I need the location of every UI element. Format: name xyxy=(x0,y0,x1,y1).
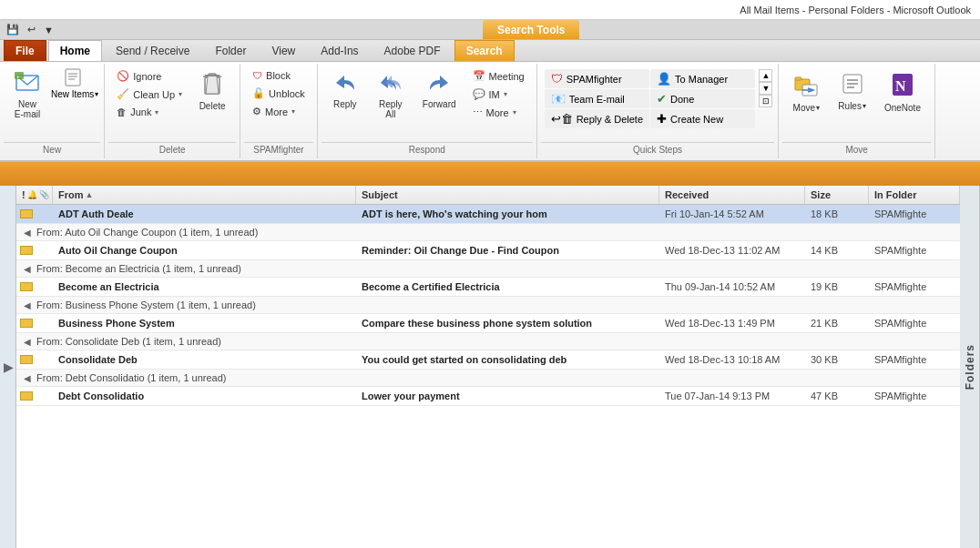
clean-up-label: Clean Up xyxy=(133,89,175,100)
email-group-header[interactable]: ◀ From: Become an Electricia (1 item, 1 … xyxy=(16,260,960,278)
email-group-header[interactable]: ◀ From: Business Phone System (1 item, 1… xyxy=(16,297,960,314)
quick-steps-list: 🛡 SPAMfighter 👤 To Manager 📧 Team E-mail… xyxy=(543,67,758,130)
email-subject: ADT is here, Who's watching your hom xyxy=(356,205,659,223)
reply-icon xyxy=(333,72,357,97)
header-infolder[interactable]: In Folder xyxy=(869,186,960,204)
table-row[interactable]: Become an Electricia Become a Certified … xyxy=(16,278,960,297)
tab-send-receive[interactable]: Send / Receive xyxy=(104,40,201,61)
qs-team-email-label: Team E-mail xyxy=(569,94,625,105)
qs-reply-delete-button[interactable]: ↩🗑 Reply & Delete xyxy=(545,109,649,128)
group-arrow-icon: ◀ xyxy=(24,264,31,274)
new-items-label: New Items ▾ xyxy=(51,89,98,99)
email-size: 47 KB xyxy=(805,387,869,405)
qs-done-button[interactable]: ✔ Done xyxy=(650,89,755,108)
email-icons xyxy=(16,205,53,223)
rules-button[interactable]: Rules ▾ xyxy=(830,67,874,116)
im-arrow: ▾ xyxy=(504,90,507,98)
group-arrow-icon: ◀ xyxy=(24,228,31,238)
group-arrow-icon: ◀ xyxy=(24,373,31,383)
qs-done-icon: ✔ xyxy=(657,92,667,106)
email-icons xyxy=(16,387,53,405)
junk-icon: 🗑 xyxy=(117,107,127,117)
email-size: 30 KB xyxy=(805,350,869,369)
block-button[interactable]: 🛡 Block xyxy=(246,67,311,84)
meeting-button[interactable]: 📅 Meeting xyxy=(466,67,531,85)
header-size[interactable]: Size xyxy=(805,186,869,204)
delete-small-group: 🚫 Ignore 🧹 Clean Up ▾ 🗑 Junk ▾ xyxy=(110,67,189,120)
reply-all-icon xyxy=(379,72,403,97)
new-email-button[interactable]: + NewE-mail xyxy=(5,67,49,124)
tab-view[interactable]: View xyxy=(260,40,307,61)
tab-folder[interactable]: Folder xyxy=(203,40,258,61)
delete-button[interactable]: Delete xyxy=(190,67,234,116)
email-received: Wed 18-Dec-13 1:49 PM xyxy=(659,314,805,332)
onenote-label: OneNote xyxy=(884,103,921,113)
group-label: From: Become an Electricia (1 item, 1 un… xyxy=(36,263,241,274)
im-button[interactable]: 💬 IM ▾ xyxy=(466,86,531,103)
quick-customize-btn[interactable]: ▼ xyxy=(41,24,56,36)
clean-up-button[interactable]: 🧹 Clean Up ▾ xyxy=(110,86,189,103)
forward-icon xyxy=(427,72,451,97)
table-row[interactable]: Consolidate Deb You could get started on… xyxy=(16,350,960,370)
junk-button[interactable]: 🗑 Junk ▾ xyxy=(110,104,189,120)
collapse-handle[interactable]: ▶ xyxy=(0,186,16,548)
tab-add-ins[interactable]: Add-Ins xyxy=(309,40,370,61)
rules-icon xyxy=(841,72,864,99)
qs-spamfighter-label: SPAMfighter xyxy=(567,74,622,85)
table-row[interactable]: ADT Auth Deale ADT is here, Who's watchi… xyxy=(16,205,960,224)
email-icons xyxy=(16,314,53,332)
tab-search[interactable]: Search xyxy=(454,40,515,61)
email-list: ! 🔔 📎 From ▲ Subject Received Size In Fo… xyxy=(16,186,960,548)
folders-sidebar[interactable]: Folders xyxy=(960,186,980,548)
header-subject[interactable]: Subject xyxy=(356,186,659,204)
email-folder: SPAMfighte xyxy=(869,387,960,405)
email-group-header[interactable]: ◀ From: Auto Oil Change Coupon (1 item, … xyxy=(16,224,960,241)
more-respond-icon: ⋯ xyxy=(473,107,483,118)
reply-all-button[interactable]: ReplyAll xyxy=(369,67,413,124)
move-button[interactable]: Move ▾ xyxy=(784,67,828,117)
unblock-button[interactable]: 🔓 Unblock xyxy=(246,85,311,102)
delete-label: Delete xyxy=(199,101,226,111)
folders-label: Folders xyxy=(964,344,976,390)
email-group-header[interactable]: ◀ From: Consolidate Deb (1 item, 1 unrea… xyxy=(16,333,960,350)
header-received[interactable]: Received xyxy=(659,186,805,204)
qs-scroll-up-button[interactable]: ▲ xyxy=(759,69,772,82)
forward-button[interactable]: Forward xyxy=(414,67,464,114)
qs-expand-button[interactable]: ⊡ xyxy=(759,95,772,107)
new-items-button[interactable]: New Items ▾ xyxy=(51,67,98,99)
onenote-button[interactable]: N OneNote xyxy=(876,67,929,117)
email-subject: Become a Certified Electricia xyxy=(356,278,659,296)
email-group-header[interactable]: ◀ From: Debt Consolidatio (1 item, 1 unr… xyxy=(16,370,960,387)
quick-undo-btn[interactable]: ↩ xyxy=(25,23,38,36)
quick-steps-group-label: Quick Steps xyxy=(541,142,775,157)
table-row[interactable]: Business Phone System Compare these busi… xyxy=(16,314,960,333)
header-from[interactable]: From ▲ xyxy=(53,186,356,204)
qs-scroll-down-button[interactable]: ▼ xyxy=(759,82,772,95)
qs-to-manager-button[interactable]: 👤 To Manager xyxy=(650,69,755,88)
reply-button[interactable]: Reply xyxy=(323,67,367,114)
email-received: Wed 18-Dec-13 10:18 AM xyxy=(659,350,805,369)
respond-extra-group: 📅 Meeting 💬 IM ▾ ⋯ More ▾ xyxy=(466,67,531,121)
table-row[interactable]: Auto Oil Change Coupon Reminder: Oil Cha… xyxy=(16,241,960,260)
header-icons[interactable]: ! 🔔 📎 xyxy=(16,186,53,204)
more-spam-button[interactable]: ⚙ More ▾ xyxy=(246,103,311,120)
tab-adobe-pdf[interactable]: Adobe PDF xyxy=(373,40,453,61)
svg-text:N: N xyxy=(895,78,906,94)
email-folder: SPAMfighte xyxy=(869,350,960,369)
email-list-header: ! 🔔 📎 From ▲ Subject Received Size In Fo… xyxy=(16,186,960,205)
quick-save-btn[interactable]: 💾 xyxy=(4,23,22,36)
received-label: Received xyxy=(665,189,709,200)
tab-home[interactable]: Home xyxy=(48,40,102,61)
more-respond-button[interactable]: ⋯ More ▾ xyxy=(466,104,531,121)
qs-spamfighter-button[interactable]: 🛡 SPAMfighter xyxy=(545,69,649,88)
email-folder: SPAMfighte xyxy=(869,205,960,223)
email-sender: Consolidate Deb xyxy=(53,350,356,369)
qs-reply-delete-icon: ↩🗑 xyxy=(551,112,573,126)
qs-team-email-button[interactable]: 📧 Team E-mail xyxy=(545,89,649,108)
qs-create-new-button[interactable]: ✚ Create New xyxy=(650,109,755,128)
tab-file[interactable]: File xyxy=(4,40,46,61)
table-row[interactable]: Debt Consolidatio Lower your payment Tue… xyxy=(16,387,960,406)
more-spam-icon: ⚙ xyxy=(252,106,261,117)
qs-done-label: Done xyxy=(670,94,694,105)
ignore-button[interactable]: 🚫 Ignore xyxy=(110,67,189,85)
